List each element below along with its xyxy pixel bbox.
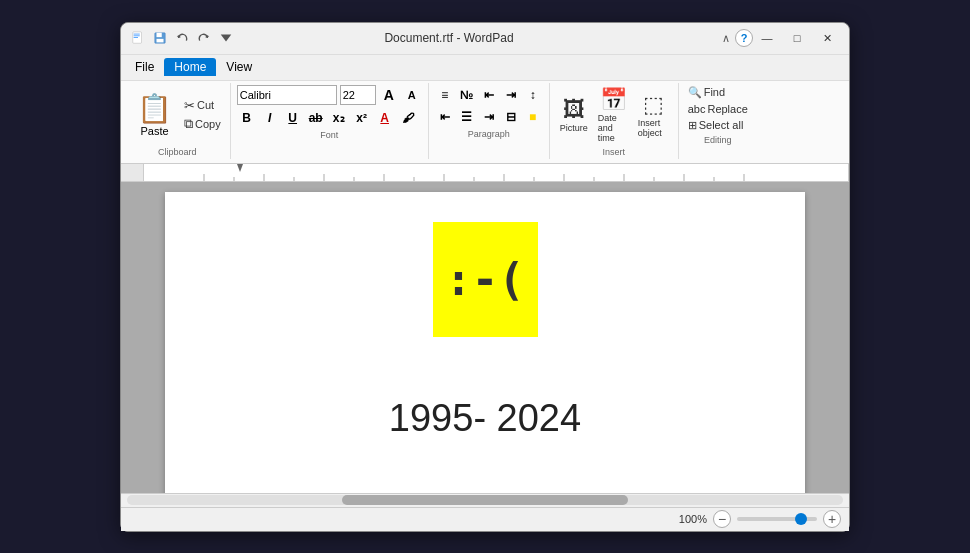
paragraph-content: ≡ № ⇤ ⇥ ↕ ⇤ ☰ ⇥ ⊟ ■ — [435, 85, 543, 127]
zoom-in-button[interactable]: + — [823, 510, 841, 528]
replace-label: Replace — [707, 103, 747, 115]
editing-content: 🔍 Find abc Replace ⊞ Select all — [685, 85, 751, 133]
font-size-input[interactable] — [340, 85, 376, 105]
strikethrough-button[interactable]: ab — [306, 108, 326, 128]
cut-icon: ✂ — [184, 98, 195, 113]
justify-button[interactable]: ⊟ — [501, 107, 521, 127]
file-menu[interactable]: File — [125, 58, 164, 76]
select-all-icon: ⊞ — [688, 119, 697, 132]
superscript-button[interactable]: x² — [352, 108, 372, 128]
underline-button[interactable]: U — [283, 108, 303, 128]
find-button[interactable]: 🔍 Find — [685, 85, 751, 100]
para-bg-button[interactable]: ■ — [523, 107, 543, 127]
datetime-label: Date and time — [598, 113, 630, 143]
insert-object-icon: ⬚ — [643, 92, 664, 118]
wordpad-icon — [129, 29, 147, 47]
highlight-button[interactable]: 🖌 — [398, 108, 418, 128]
bullets-button[interactable]: ≡ — [435, 85, 455, 105]
zoom-slider[interactable] — [737, 517, 817, 521]
font-group: A A B I U ab x₂ x² A 🖌 Font — [231, 83, 429, 159]
font-label: Font — [237, 130, 422, 140]
document-page[interactable]: :-( 1995- 2024 — [165, 192, 805, 493]
italic-button[interactable]: I — [260, 108, 280, 128]
align-right-button[interactable]: ⇥ — [479, 107, 499, 127]
clipboard-group: 📋 Paste ✂ Cut ⧉ Copy Clipboard — [125, 83, 231, 159]
svg-rect-3 — [134, 37, 138, 38]
select-all-button[interactable]: ⊞ Select all — [685, 118, 751, 133]
select-all-label: Select all — [699, 119, 744, 131]
cut-label: Cut — [197, 99, 214, 111]
editing-group: 🔍 Find abc Replace ⊞ Select all Editing — [679, 83, 757, 159]
insert-group: 🖼 Picture 📅 Date and time ⬚ Insert objec… — [550, 83, 679, 159]
align-left-button[interactable]: ⇤ — [435, 107, 455, 127]
bold-button[interactable]: B — [237, 108, 257, 128]
status-bar: 100% − + — [121, 507, 849, 531]
insert-label: Insert — [556, 147, 672, 157]
svg-rect-5 — [157, 33, 162, 37]
save-icon[interactable] — [151, 29, 169, 47]
window-title: Document.rtf - WordPad — [181, 31, 717, 45]
find-icon: 🔍 — [688, 86, 702, 99]
cut-copy-col: ✂ Cut ⧉ Copy — [181, 85, 224, 145]
subscript-button[interactable]: x₂ — [329, 108, 349, 128]
insert-object-button[interactable]: ⬚ Insert object — [636, 90, 672, 140]
view-menu[interactable]: View — [216, 58, 262, 76]
svg-rect-6 — [157, 39, 164, 43]
font-content: A A B I U ab x₂ x² A 🖌 — [237, 85, 422, 128]
editing-label: Editing — [685, 135, 751, 145]
copy-button[interactable]: ⧉ Copy — [181, 115, 224, 133]
replace-button[interactable]: abc Replace — [685, 102, 751, 116]
ruler — [121, 164, 849, 182]
horizontal-scrollbar[interactable] — [121, 493, 849, 507]
copy-icon: ⧉ — [184, 116, 193, 132]
numbering-button[interactable]: № — [457, 85, 477, 105]
zoom-out-button[interactable]: − — [713, 510, 731, 528]
sad-face-image: :-( — [433, 222, 538, 337]
line-spacing-button[interactable]: ↕ — [523, 85, 543, 105]
replace-icon: abc — [688, 103, 706, 115]
picture-icon: 🖼 — [563, 97, 585, 123]
close-button[interactable]: ✕ — [813, 27, 841, 49]
align-center-button[interactable]: ☰ — [457, 107, 477, 127]
svg-rect-2 — [134, 35, 140, 36]
zoom-level: 100% — [679, 513, 707, 525]
title-bar: Document.rtf - WordPad ∧ ? — □ ✕ — [121, 23, 849, 55]
ruler-inner — [143, 164, 849, 181]
datetime-button[interactable]: 📅 Date and time — [596, 85, 632, 145]
font-shrink-button[interactable]: A — [402, 85, 422, 105]
picture-label: Picture — [560, 123, 588, 133]
para-row1: ≡ № ⇤ ⇥ ↕ — [435, 85, 543, 105]
picture-button[interactable]: 🖼 Picture — [556, 95, 592, 135]
font-color-button[interactable]: A — [375, 108, 395, 128]
paste-icon: 📋 — [137, 92, 172, 125]
cut-button[interactable]: ✂ Cut — [181, 97, 224, 114]
indent-increase-button[interactable]: ⇥ — [501, 85, 521, 105]
zoom-slider-thumb[interactable] — [795, 513, 807, 525]
ribbon: 📋 Paste ✂ Cut ⧉ Copy Clipboard — [121, 81, 849, 164]
document-area[interactable]: :-( 1995- 2024 — [121, 182, 849, 493]
clipboard-label: Clipboard — [131, 147, 224, 157]
main-window: Document.rtf - WordPad ∧ ? — □ ✕ File Ho… — [120, 22, 850, 532]
scrollbar-thumb[interactable] — [342, 495, 628, 505]
font-row2: B I U ab x₂ x² A 🖌 — [237, 108, 422, 128]
document-text: 1995- 2024 — [389, 397, 581, 440]
paste-button[interactable]: 📋 Paste — [131, 85, 178, 145]
minimize-button[interactable]: — — [753, 27, 781, 49]
maximize-button[interactable]: □ — [783, 27, 811, 49]
help-button[interactable]: ? — [735, 29, 753, 47]
insert-content: 🖼 Picture 📅 Date and time ⬚ Insert objec… — [556, 85, 672, 145]
font-grow-button[interactable]: A — [379, 85, 399, 105]
menu-bar: File Home View — [121, 55, 849, 81]
insert-object-label: Insert object — [638, 118, 670, 138]
para-row2: ⇤ ☰ ⇥ ⊟ ■ — [435, 107, 543, 127]
home-tab[interactable]: Home — [164, 58, 216, 76]
svg-marker-29 — [237, 164, 243, 172]
window-controls: — □ ✕ — [753, 27, 841, 49]
font-name-input[interactable] — [237, 85, 337, 105]
scrollbar-track[interactable] — [127, 495, 843, 505]
copy-label: Copy — [195, 118, 221, 130]
find-label: Find — [704, 86, 725, 98]
indent-decrease-button[interactable]: ⇤ — [479, 85, 499, 105]
ribbon-collapse-btn[interactable]: ∧ — [717, 29, 735, 47]
paragraph-label: Paragraph — [435, 129, 543, 139]
